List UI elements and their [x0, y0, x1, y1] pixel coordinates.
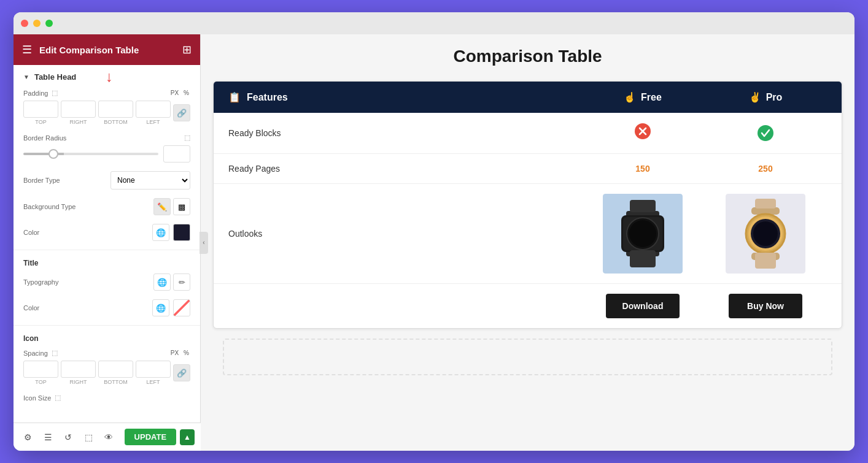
update-dropdown-btn[interactable]: ▲ [180, 429, 195, 445]
free-label: Free [641, 92, 662, 103]
spacing-pct-unit-btn[interactable]: % [182, 349, 190, 357]
px-unit-btn[interactable]: PX [169, 89, 180, 97]
divider-2 [14, 325, 200, 326]
buy-now-btn-container: Buy Now [704, 294, 827, 318]
history-icon-btn[interactable]: ↺ [60, 428, 77, 446]
responsive-icon-btn[interactable]: ⬚ [80, 428, 97, 446]
sidebar-collapse-handle[interactable]: ‹ [200, 232, 208, 254]
update-button[interactable]: UPDATE [125, 429, 176, 445]
color-row: Color 🌐 [14, 221, 200, 247]
dashed-drop-area [223, 339, 832, 375]
border-type-row: Border Type None Solid Dashed Dotted [14, 169, 200, 196]
ready-blocks-row: Ready Blocks [214, 113, 842, 154]
bottom-toolbar: ⚙ ☰ ↺ ⬚ 👁 UPDATE ▲ [14, 423, 201, 451]
border-radius-value[interactable]: 20 [163, 145, 190, 163]
border-radius-label: Border Radius [23, 134, 66, 142]
icon-size-responsive-icon[interactable]: ⬚ [55, 394, 61, 402]
padding-top-label: TOP [35, 119, 46, 125]
free-column-header: ☝ Free [581, 91, 704, 103]
title-color-globe-btn[interactable]: 🌐 [152, 299, 169, 316]
grid-icon[interactable]: ⊞ [182, 43, 192, 56]
ready-pages-label: Ready Pages [228, 164, 581, 174]
typography-controls: 🌐 ✏ [153, 274, 190, 291]
padding-link-btn[interactable]: 🔗 [173, 104, 190, 121]
pct-unit-btn[interactable]: % [182, 89, 190, 97]
bg-solid-btn[interactable]: ✏️ [153, 198, 171, 215]
layers-icon-btn[interactable]: ☰ [40, 428, 56, 446]
sidebar-wrapper: ☰ Edit Comparison Table ⊞ ▼ Table Head ↓ [14, 34, 201, 451]
border-radius-label-row: Border Radius ⬚ [23, 134, 190, 142]
spacing-bottom-box: BOTTOM [98, 361, 133, 385]
hamburger-icon[interactable]: ☰ [22, 43, 32, 56]
icon-section-label: Icon [14, 328, 200, 346]
slider-row: 20 [23, 145, 190, 163]
sidebar-content: ▼ Table Head ↓ Padding ⬚ [14, 65, 200, 445]
divider-1 [14, 250, 200, 250]
sidebar-header: ☰ Edit Comparison Table ⊞ [14, 34, 200, 65]
padding-label-row: Padding ⬚ PX % [23, 89, 190, 97]
border-radius-responsive-icon[interactable]: ⬚ [184, 134, 190, 142]
pro-label: Pro [766, 92, 783, 103]
typography-label: Typography [23, 278, 58, 286]
svg-rect-11 [630, 250, 656, 267]
spacing-inputs: TOP RIGHT BOTTOM [23, 361, 190, 385]
ready-blocks-pro-value [704, 124, 827, 142]
watch1-image [603, 194, 683, 274]
border-radius-group: Border Radius ⬚ 20 [14, 131, 200, 169]
preview-icon-btn[interactable]: 👁 [101, 428, 117, 446]
features-column-header: 📋 Features [228, 91, 581, 103]
svg-rect-21 [755, 199, 776, 209]
bg-type-buttons: ✏️ ▩ [153, 198, 190, 215]
minimize-dot[interactable] [33, 20, 41, 27]
pro-hand-icon: ✌ [749, 91, 761, 103]
features-label-text: Features [247, 92, 288, 103]
typography-row: Typography 🌐 ✏ [14, 271, 200, 297]
watch2-image [726, 194, 805, 274]
border-type-select[interactable]: None Solid Dashed Dotted [110, 171, 190, 189]
color-swatch[interactable] [173, 224, 190, 241]
spacing-responsive-icon[interactable]: ⬚ [52, 349, 58, 357]
buy-now-button[interactable]: Buy Now [729, 294, 802, 318]
title-color-row: Color 🌐 [14, 297, 200, 323]
spacing-right-label: RIGHT [70, 379, 87, 385]
spacing-label-row: Spacing ⬚ PX % [23, 349, 190, 357]
padding-right-box: RIGHT [61, 101, 96, 125]
typography-globe-btn[interactable]: 🌐 [153, 274, 171, 291]
spacing-top-box: TOP [23, 361, 58, 385]
spacing-link-btn[interactable]: 🔗 [173, 364, 190, 381]
svg-rect-12 [630, 200, 656, 212]
typography-edit-btn[interactable]: ✏ [173, 274, 190, 291]
padding-bottom-label: BOTTOM [104, 119, 127, 125]
chevron-icon: ▼ [23, 74, 29, 80]
padding-top-input[interactable] [23, 101, 58, 118]
table-head-section[interactable]: ▼ Table Head [14, 65, 200, 86]
spacing-label: Spacing [23, 350, 48, 357]
padding-responsive-icon[interactable]: ⬚ [52, 89, 58, 97]
spacing-bottom-input[interactable] [98, 361, 133, 378]
download-btn-container: Download [581, 294, 704, 318]
border-radius-slider[interactable] [23, 153, 158, 155]
padding-left-input[interactable] [136, 101, 171, 118]
padding-group: Padding ⬚ PX % TOP [14, 86, 200, 131]
ready-blocks-label: Ready Blocks [228, 128, 581, 138]
close-dot[interactable] [21, 20, 28, 27]
spacing-left-box: LEFT [136, 361, 171, 385]
spacing-left-input[interactable] [136, 361, 171, 378]
spacing-right-input[interactable] [61, 361, 96, 378]
spacing-top-input[interactable] [23, 361, 58, 378]
color-controls: 🌐 [152, 224, 190, 241]
padding-right-label: RIGHT [70, 119, 87, 125]
icon-size-label: Icon Size [23, 394, 51, 402]
padding-right-input[interactable] [61, 101, 96, 118]
spacing-px-unit-btn[interactable]: PX [169, 349, 180, 357]
main-content: Comparison Table 📋 Features ☝ Free ✌ Pro [201, 34, 854, 451]
download-button[interactable]: Download [606, 294, 680, 318]
bg-gradient-btn[interactable]: ▩ [173, 198, 190, 215]
color-globe-btn[interactable]: 🌐 [152, 224, 169, 241]
title-color-swatch[interactable] [173, 299, 190, 316]
settings-icon-btn[interactable]: ⚙ [20, 428, 36, 446]
padding-bottom-box: BOTTOM [98, 101, 133, 125]
sidebar: ☰ Edit Comparison Table ⊞ ▼ Table Head ↓ [14, 34, 201, 445]
padding-bottom-input[interactable] [98, 101, 133, 118]
maximize-dot[interactable] [45, 20, 53, 27]
